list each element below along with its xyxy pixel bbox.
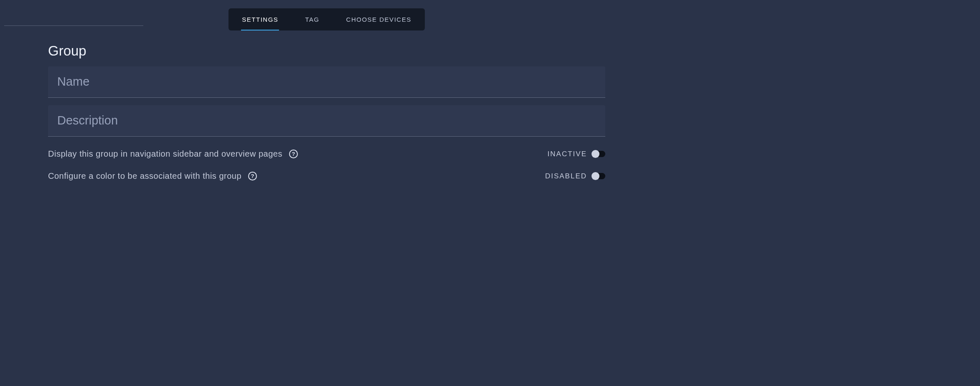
help-icon[interactable]: ? bbox=[289, 150, 298, 158]
option-row-display-sidebar: Display this group in navigation sidebar… bbox=[48, 149, 605, 159]
state-label-display-sidebar: INACTIVE bbox=[548, 150, 587, 158]
option-row-right: DISABLED bbox=[545, 172, 605, 180]
tab-tag[interactable]: TAG bbox=[292, 8, 333, 30]
group-description-input[interactable] bbox=[48, 105, 605, 136]
help-icon[interactable]: ? bbox=[248, 172, 257, 180]
option-row-configure-color: Configure a color to be associated with … bbox=[48, 171, 605, 181]
tabs: SETTINGS TAG CHOOSE DEVICES bbox=[228, 8, 424, 30]
toggle-configure-color[interactable] bbox=[592, 173, 605, 179]
option-row-left: Configure a color to be associated with … bbox=[48, 171, 257, 181]
group-name-input[interactable] bbox=[48, 66, 605, 97]
option-row-left: Display this group in navigation sidebar… bbox=[48, 149, 298, 159]
settings-panel: Group Display this group in navigation s… bbox=[0, 30, 653, 181]
state-label-configure-color: DISABLED bbox=[545, 172, 587, 180]
option-label-configure-color: Configure a color to be associated with … bbox=[48, 171, 241, 181]
section-title: Group bbox=[48, 43, 605, 59]
toggle-knob bbox=[592, 172, 599, 180]
tab-settings[interactable]: SETTINGS bbox=[228, 8, 292, 30]
input-underline bbox=[48, 97, 605, 98]
input-underline bbox=[48, 136, 605, 137]
option-label-display-sidebar: Display this group in navigation sidebar… bbox=[48, 149, 282, 159]
top-divider bbox=[4, 25, 143, 26]
tabs-container: SETTINGS TAG CHOOSE DEVICES bbox=[0, 0, 653, 30]
option-row-right: INACTIVE bbox=[548, 150, 605, 158]
toggle-display-sidebar[interactable] bbox=[592, 151, 605, 157]
toggle-knob bbox=[592, 150, 599, 158]
tab-choose-devices[interactable]: CHOOSE DEVICES bbox=[333, 8, 425, 30]
